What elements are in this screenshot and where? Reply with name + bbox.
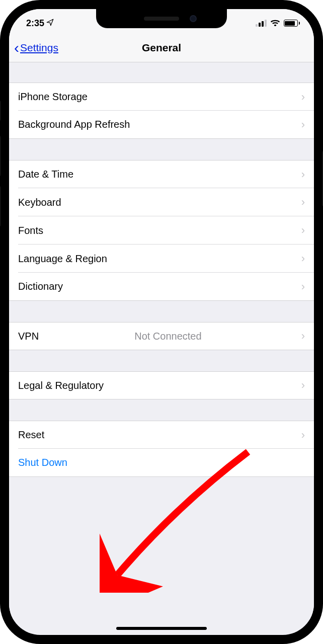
status-time: 2:35 (26, 18, 44, 29)
row-label: Dictionary (18, 281, 63, 292)
page-title: General (142, 42, 181, 54)
chevron-right-icon: › (301, 118, 305, 131)
home-indicator[interactable] (116, 627, 207, 630)
group-input: Date & Time › Keyboard › Fonts › Languag… (9, 160, 314, 301)
back-label: Settings (20, 42, 58, 54)
speaker-grille (144, 17, 179, 21)
battery-icon (284, 20, 300, 27)
row-label: Fonts (18, 225, 43, 236)
settings-list[interactable]: iPhone Storage › Background App Refresh … (9, 62, 314, 620)
volume-down-button (0, 186, 1, 226)
row-label: VPN (18, 331, 39, 342)
chevron-right-icon: › (301, 168, 305, 181)
row-dictionary[interactable]: Dictionary › (9, 273, 314, 301)
group-storage: iPhone Storage › Background App Refresh … (9, 83, 314, 139)
row-reset[interactable]: Reset › (9, 421, 314, 449)
row-label: Legal & Regulatory (18, 380, 104, 391)
row-legal-regulatory[interactable]: Legal & Regulatory › (9, 371, 314, 399)
front-camera (190, 15, 197, 22)
chevron-right-icon: › (301, 224, 305, 237)
row-keyboard[interactable]: Keyboard › (9, 188, 314, 216)
row-vpn[interactable]: VPN Not Connected › (9, 322, 314, 350)
row-label: Background App Refresh (18, 119, 130, 130)
back-button[interactable]: ‹ Settings (14, 33, 58, 62)
chevron-right-icon: › (301, 330, 305, 343)
silent-switch (0, 101, 1, 121)
location-services-icon (46, 18, 54, 29)
row-shut-down[interactable]: Shut Down (9, 449, 314, 477)
row-date-time[interactable]: Date & Time › (9, 160, 314, 188)
row-label: iPhone Storage (18, 91, 88, 103)
chevron-right-icon: › (301, 196, 305, 209)
row-label: Reset (18, 429, 44, 441)
navigation-bar: ‹ Settings General (9, 33, 314, 62)
chevron-right-icon: › (301, 379, 305, 392)
chevron-right-icon: › (301, 252, 305, 265)
row-background-app-refresh[interactable]: Background App Refresh › (9, 111, 314, 139)
volume-up-button (0, 136, 1, 176)
row-label: Shut Down (18, 457, 67, 468)
chevron-right-icon: › (301, 429, 305, 442)
group-vpn: VPN Not Connected › (9, 322, 314, 350)
wifi-icon (270, 18, 280, 29)
cellular-signal-icon (256, 20, 267, 27)
row-detail: Not Connected (134, 331, 205, 342)
row-label: Keyboard (18, 197, 61, 208)
device-frame: 2:35 ‹ Settings General (0, 0, 323, 644)
group-legal: Legal & Regulatory › (9, 371, 314, 399)
chevron-left-icon: ‹ (14, 40, 19, 55)
row-fonts[interactable]: Fonts › (9, 216, 314, 245)
notch (96, 9, 227, 28)
row-label: Date & Time (18, 169, 73, 180)
row-iphone-storage[interactable]: iPhone Storage › (9, 83, 314, 111)
group-reset: Reset › Shut Down (9, 421, 314, 477)
chevron-right-icon: › (301, 280, 305, 293)
row-label: Language & Region (18, 253, 107, 265)
row-language-region[interactable]: Language & Region › (9, 245, 314, 273)
screen: 2:35 ‹ Settings General (9, 9, 314, 635)
chevron-right-icon: › (301, 91, 305, 104)
